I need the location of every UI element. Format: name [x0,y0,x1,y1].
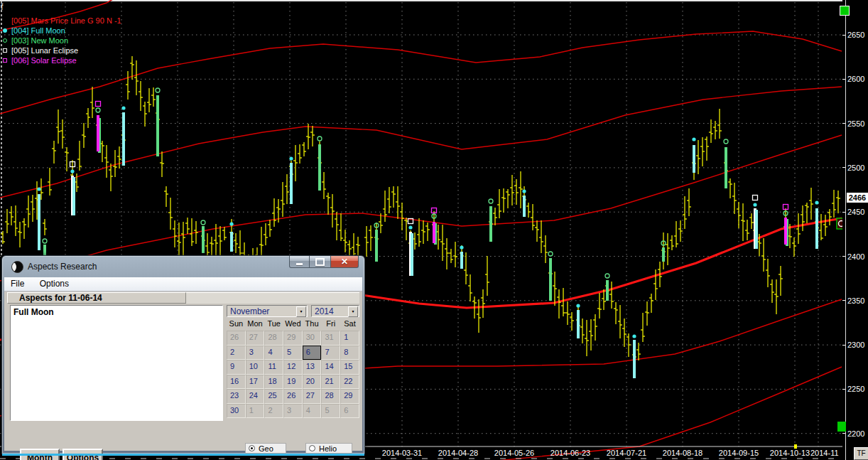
month-dropdown-icon[interactable]: ▾ [296,306,306,317]
maximize-button[interactable] [310,256,330,268]
calendar-week-row: 23242526272829 [227,389,359,404]
full-moon-marker [37,187,40,191]
aspects-listbox[interactable]: Full Moon [10,305,223,421]
calendar-day[interactable]: 11 [264,360,283,375]
calendar-grid: 2627282930311234567891011121314151617181… [227,331,359,418]
mars-price-line [0,87,842,198]
date-label: 2014-05-26 [494,449,534,457]
geo-radio[interactable]: Geo [245,443,286,454]
calendar-day[interactable]: 26 [227,331,246,346]
calendar-day[interactable]: 19 [283,375,303,390]
calendar-day-selected[interactable]: 6 [303,346,322,360]
calendar-day[interactable]: 26 [283,389,303,404]
calendar-day[interactable]: 17 [246,375,265,390]
new-moon-marker [724,139,728,144]
full-moon-marker [632,334,636,338]
calendar-day[interactable]: 1 [246,404,265,419]
aspects-research-dialog[interactable]: Aspects Research ✕ File Options Aspects … [1,255,365,454]
price-tick-label: 2250 [847,385,866,393]
calendar-day[interactable]: 15 [340,360,359,375]
calendar-day[interactable]: 28 [321,389,340,404]
calendar-day[interactable]: 8 [340,346,359,360]
aspect-list-item[interactable]: Full Moon [13,307,219,317]
calendar-day[interactable]: 4 [264,346,283,360]
calendar-day[interactable]: 7 [321,346,340,360]
dialog-titlebar[interactable]: Aspects Research ✕ [2,256,364,277]
calendar-day[interactable]: 30 [303,331,322,346]
year-select[interactable]: 2014 ▾ [311,305,359,317]
full-moon-marker [815,200,818,204]
price-tick-dash [842,389,845,390]
menu-options[interactable]: Options [33,277,75,291]
date-label: 2014-07-21 [607,449,646,457]
scroll-indicator-top[interactable] [840,6,850,16]
price-tick-dash [842,167,845,168]
price-tick-dash [842,123,845,124]
calendar-day[interactable]: 5 [283,346,303,360]
legend-item: [006] Solar Eclipse [1,55,121,65]
timeframe-button[interactable]: TF [854,447,868,460]
calendar-day[interactable]: 30 [227,404,246,419]
calendar-day[interactable]: 25 [264,389,283,404]
close-button[interactable]: ✕ [330,256,359,268]
date-label: 2014-09-15 [719,449,759,457]
price-tick-dash [842,212,845,213]
calendar-day[interactable]: 27 [303,389,322,404]
full-moon-marker [121,106,125,109]
date-label: 2014-08-18 [663,449,702,457]
calendar-day[interactable]: 6 [340,404,359,419]
calendar-day[interactable]: 28 [264,331,283,346]
legend-label: [004] Full Moon [11,26,65,35]
legend-label: [005] Mars Price Line G 90 N -1 [11,16,121,25]
month-button[interactable]: Month [20,449,60,460]
minimize-icon [296,263,303,265]
legend-item: [003] New Moon [1,36,121,46]
calendar-day[interactable]: 24 [246,389,265,404]
legend-label: [005] Lunar Eclipse [11,46,78,55]
calendar-day[interactable]: 21 [321,375,340,390]
close-icon: ✕ [341,257,348,267]
calendar-day[interactable]: 2 [264,404,283,419]
calendar-day[interactable]: 22 [340,375,359,390]
calendar-day[interactable]: 9 [227,360,246,375]
year-dropdown-icon[interactable]: ▾ [348,306,358,317]
month-select[interactable]: November ▾ [227,305,308,317]
date-label: 2014-06-23 [550,449,590,457]
menu-bar: File Options [4,277,362,291]
price-tick-label: 2200 [847,429,866,438]
calendar-day[interactable]: 16 [227,375,246,390]
year-value: 2014 [315,306,334,316]
calendar-day[interactable]: 20 [303,375,322,390]
radio-unselected-icon [309,445,315,451]
minimize-button[interactable] [289,256,310,268]
price-tick-label: 2400 [847,252,866,261]
calendar-day[interactable]: 5 [321,404,340,419]
calendar-day[interactable]: 27 [246,331,265,346]
menu-file[interactable]: File [4,277,31,291]
calendar-day[interactable]: 31 [321,331,340,346]
scroll-indicator-bottom[interactable] [837,422,846,432]
calendar-day-header: Mon [246,319,265,330]
calendar-day[interactable]: 29 [283,331,303,346]
calendar-day[interactable]: 1 [340,331,359,346]
new-moon-marker [489,199,493,203]
full-moon-marker [753,203,756,206]
calendar-day[interactable]: 2 [227,346,246,360]
month-value: November [230,306,269,316]
full-moon-marker [289,156,293,160]
full-moon-marker [692,137,695,141]
calendar-day[interactable]: 3 [283,404,303,419]
calendar-day[interactable]: 13 [303,360,322,375]
calendar-day[interactable]: 23 [227,389,246,404]
calendar-day[interactable]: 18 [264,375,283,390]
calendar-day[interactable]: 3 [246,346,265,360]
options-button[interactable]: Options [63,449,103,460]
calendar-day[interactable]: 10 [246,360,265,375]
calendar-day[interactable]: 14 [321,360,340,375]
price-tick-dash [842,345,845,346]
dialog-client-area: File Options Aspects for 11-06-14 Full M… [4,277,362,451]
calendar-day[interactable]: 12 [283,360,303,375]
helio-radio[interactable]: Helio [305,443,352,454]
calendar-day[interactable]: 29 [340,389,359,404]
calendar-day[interactable]: 4 [303,404,322,419]
